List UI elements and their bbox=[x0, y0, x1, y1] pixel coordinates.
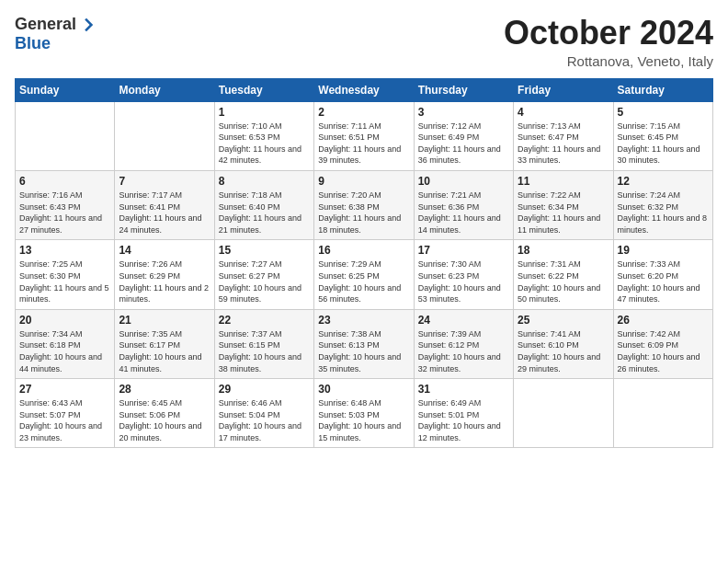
table-row: 19Sunrise: 7:33 AM Sunset: 6:20 PM Dayli… bbox=[613, 240, 712, 309]
calendar-week-row: 1Sunrise: 7:10 AM Sunset: 6:53 PM Daylig… bbox=[16, 101, 713, 170]
table-row: 16Sunrise: 7:29 AM Sunset: 6:25 PM Dayli… bbox=[314, 240, 414, 309]
day-info: Sunrise: 7:16 AM Sunset: 6:43 PM Dayligh… bbox=[19, 190, 110, 236]
day-number: 10 bbox=[418, 175, 509, 188]
table-row: 29Sunrise: 6:46 AM Sunset: 5:04 PM Dayli… bbox=[214, 379, 313, 448]
table-row: 23Sunrise: 7:38 AM Sunset: 6:13 PM Dayli… bbox=[314, 309, 414, 378]
day-info: Sunrise: 7:42 AM Sunset: 6:09 PM Dayligh… bbox=[618, 328, 709, 374]
calendar-table: Sunday Monday Tuesday Wednesday Thursday… bbox=[15, 78, 713, 449]
day-info: Sunrise: 6:48 AM Sunset: 5:03 PM Dayligh… bbox=[318, 397, 409, 443]
table-row bbox=[115, 101, 214, 170]
day-info: Sunrise: 7:27 AM Sunset: 6:27 PM Dayligh… bbox=[219, 259, 310, 304]
table-row: 11Sunrise: 7:22 AM Sunset: 6:34 PM Dayli… bbox=[514, 170, 613, 239]
day-number: 15 bbox=[219, 244, 310, 257]
day-number: 31 bbox=[418, 383, 509, 396]
table-row: 31Sunrise: 6:49 AM Sunset: 5:01 PM Dayli… bbox=[414, 379, 513, 448]
day-info: Sunrise: 6:43 AM Sunset: 5:07 PM Dayligh… bbox=[19, 397, 110, 443]
day-number: 25 bbox=[518, 314, 609, 327]
day-info: Sunrise: 7:29 AM Sunset: 6:25 PM Dayligh… bbox=[318, 259, 409, 304]
day-number: 6 bbox=[19, 175, 110, 188]
day-info: Sunrise: 7:11 AM Sunset: 6:51 PM Dayligh… bbox=[318, 121, 409, 167]
table-row: 17Sunrise: 7:30 AM Sunset: 6:23 PM Dayli… bbox=[414, 240, 513, 309]
day-number: 12 bbox=[618, 175, 709, 188]
weekday-header-row: Sunday Monday Tuesday Wednesday Thursday… bbox=[16, 78, 713, 101]
svg-marker-0 bbox=[85, 17, 93, 30]
day-number: 23 bbox=[318, 314, 409, 327]
table-row: 20Sunrise: 7:34 AM Sunset: 6:18 PM Dayli… bbox=[16, 309, 115, 378]
day-number: 7 bbox=[119, 175, 210, 188]
title-block: October 2024 Rottanova, Veneto, Italy bbox=[504, 15, 713, 69]
day-number: 4 bbox=[518, 106, 609, 119]
table-row: 24Sunrise: 7:39 AM Sunset: 6:12 PM Dayli… bbox=[414, 309, 513, 378]
day-number: 18 bbox=[518, 244, 609, 257]
table-row: 27Sunrise: 6:43 AM Sunset: 5:07 PM Dayli… bbox=[16, 379, 115, 448]
day-number: 2 bbox=[318, 106, 409, 119]
header-tuesday: Tuesday bbox=[214, 78, 313, 101]
table-row: 5Sunrise: 7:15 AM Sunset: 6:45 PM Daylig… bbox=[613, 101, 712, 170]
table-row: 2Sunrise: 7:11 AM Sunset: 6:51 PM Daylig… bbox=[314, 101, 414, 170]
table-row: 18Sunrise: 7:31 AM Sunset: 6:22 PM Dayli… bbox=[514, 240, 613, 309]
logo-blue-text: Blue bbox=[15, 34, 51, 52]
table-row: 8Sunrise: 7:18 AM Sunset: 6:40 PM Daylig… bbox=[214, 170, 313, 239]
table-row: 9Sunrise: 7:20 AM Sunset: 6:38 PM Daylig… bbox=[314, 170, 414, 239]
day-info: Sunrise: 7:31 AM Sunset: 6:22 PM Dayligh… bbox=[518, 259, 609, 304]
day-info: Sunrise: 7:35 AM Sunset: 6:17 PM Dayligh… bbox=[119, 328, 210, 374]
day-number: 30 bbox=[318, 383, 409, 396]
day-number: 14 bbox=[119, 244, 210, 257]
day-number: 19 bbox=[618, 244, 709, 257]
day-info: Sunrise: 7:17 AM Sunset: 6:41 PM Dayligh… bbox=[119, 190, 210, 236]
table-row: 4Sunrise: 7:13 AM Sunset: 6:47 PM Daylig… bbox=[514, 101, 613, 170]
day-info: Sunrise: 6:49 AM Sunset: 5:01 PM Dayligh… bbox=[418, 397, 509, 443]
header-monday: Monday bbox=[115, 78, 214, 101]
day-number: 20 bbox=[19, 314, 110, 327]
header-friday: Friday bbox=[514, 78, 613, 101]
table-row bbox=[514, 379, 613, 448]
day-info: Sunrise: 7:20 AM Sunset: 6:38 PM Dayligh… bbox=[318, 190, 409, 236]
day-number: 1 bbox=[219, 106, 310, 119]
day-number: 8 bbox=[219, 175, 310, 188]
day-info: Sunrise: 6:45 AM Sunset: 5:06 PM Dayligh… bbox=[119, 397, 210, 443]
month-title: October 2024 bbox=[504, 15, 713, 52]
day-info: Sunrise: 7:41 AM Sunset: 6:10 PM Dayligh… bbox=[518, 328, 609, 374]
logo-general-text: General bbox=[15, 15, 76, 34]
day-info: Sunrise: 7:39 AM Sunset: 6:12 PM Dayligh… bbox=[418, 328, 509, 374]
day-info: Sunrise: 7:10 AM Sunset: 6:53 PM Dayligh… bbox=[219, 121, 310, 167]
header: General Blue October 2024 Rottanova, Ven… bbox=[15, 15, 713, 69]
day-number: 17 bbox=[418, 244, 509, 257]
table-row: 28Sunrise: 6:45 AM Sunset: 5:06 PM Dayli… bbox=[115, 379, 214, 448]
day-info: Sunrise: 7:33 AM Sunset: 6:20 PM Dayligh… bbox=[618, 259, 709, 304]
day-number: 13 bbox=[19, 244, 110, 257]
day-info: Sunrise: 7:24 AM Sunset: 6:32 PM Dayligh… bbox=[618, 190, 709, 236]
calendar-week-row: 27Sunrise: 6:43 AM Sunset: 5:07 PM Dayli… bbox=[16, 379, 713, 448]
day-number: 22 bbox=[219, 314, 310, 327]
calendar-page: General Blue October 2024 Rottanova, Ven… bbox=[0, 0, 728, 563]
table-row bbox=[613, 379, 712, 448]
day-info: Sunrise: 7:18 AM Sunset: 6:40 PM Dayligh… bbox=[219, 190, 310, 236]
day-number: 9 bbox=[318, 175, 409, 188]
day-number: 5 bbox=[618, 106, 709, 119]
day-info: Sunrise: 7:22 AM Sunset: 6:34 PM Dayligh… bbox=[518, 190, 609, 236]
day-number: 26 bbox=[618, 314, 709, 327]
day-info: Sunrise: 7:37 AM Sunset: 6:15 PM Dayligh… bbox=[219, 328, 310, 374]
table-row: 15Sunrise: 7:27 AM Sunset: 6:27 PM Dayli… bbox=[214, 240, 313, 309]
table-row: 26Sunrise: 7:42 AM Sunset: 6:09 PM Dayli… bbox=[613, 309, 712, 378]
day-info: Sunrise: 7:15 AM Sunset: 6:45 PM Dayligh… bbox=[618, 121, 709, 167]
day-number: 28 bbox=[119, 383, 210, 396]
table-row bbox=[16, 101, 115, 170]
day-number: 27 bbox=[19, 383, 110, 396]
table-row: 14Sunrise: 7:26 AM Sunset: 6:29 PM Dayli… bbox=[115, 240, 214, 309]
day-info: Sunrise: 7:25 AM Sunset: 6:30 PM Dayligh… bbox=[19, 259, 110, 304]
day-number: 11 bbox=[518, 175, 609, 188]
logo-text: General bbox=[15, 15, 95, 34]
table-row: 3Sunrise: 7:12 AM Sunset: 6:49 PM Daylig… bbox=[414, 101, 513, 170]
day-info: Sunrise: 7:26 AM Sunset: 6:29 PM Dayligh… bbox=[119, 259, 210, 304]
header-thursday: Thursday bbox=[414, 78, 513, 101]
calendar-week-row: 13Sunrise: 7:25 AM Sunset: 6:30 PM Dayli… bbox=[16, 240, 713, 309]
day-info: Sunrise: 7:30 AM Sunset: 6:23 PM Dayligh… bbox=[418, 259, 509, 304]
table-row: 1Sunrise: 7:10 AM Sunset: 6:53 PM Daylig… bbox=[214, 101, 313, 170]
day-number: 16 bbox=[318, 244, 409, 257]
day-info: Sunrise: 7:21 AM Sunset: 6:36 PM Dayligh… bbox=[418, 190, 509, 236]
header-wednesday: Wednesday bbox=[314, 78, 414, 101]
logo-icon bbox=[78, 17, 95, 33]
logo: General Blue bbox=[15, 15, 95, 53]
day-info: Sunrise: 7:38 AM Sunset: 6:13 PM Dayligh… bbox=[318, 328, 409, 374]
